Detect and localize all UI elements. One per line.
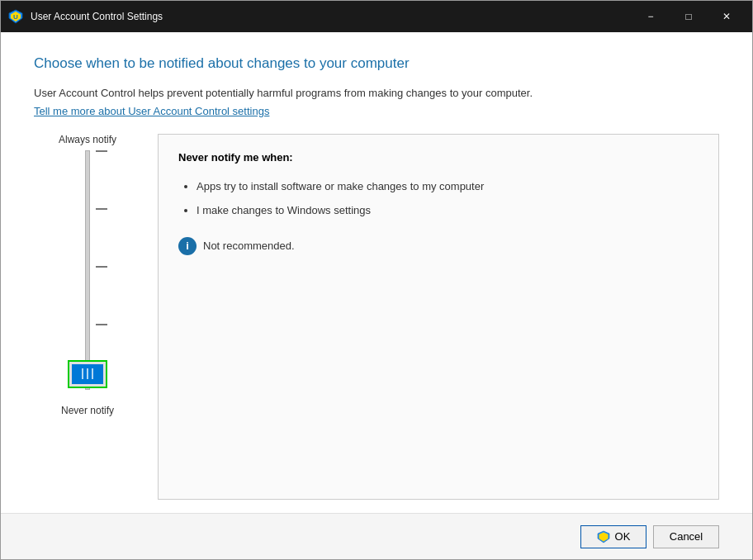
- footer: OK Cancel: [1, 513, 752, 559]
- main-content: Choose when to be notified about changes…: [1, 32, 752, 513]
- slider-tick-4: [96, 324, 107, 325]
- thumb-line-1: [82, 368, 83, 379]
- window-controls: − □ ✕: [632, 1, 746, 32]
- slider-section: Always notify: [34, 134, 141, 501]
- thumb-line-3: [92, 368, 93, 379]
- ok-label: OK: [615, 530, 631, 543]
- slider-tick-2: [96, 208, 107, 210]
- info-note: i Not recommended.: [178, 237, 699, 255]
- shield-icon: [597, 530, 610, 543]
- learn-more-link[interactable]: Tell me more about User Account Control …: [34, 105, 719, 117]
- bullet-list: Apps try to install software or make cha…: [178, 178, 699, 219]
- info-panel: Never notify me when: Apps try to instal…: [158, 134, 719, 501]
- slider-track: [85, 150, 90, 390]
- slider-label-top: Always notify: [59, 134, 116, 145]
- info-panel-title: Never notify me when:: [178, 151, 699, 164]
- slider-thumb-container: [68, 360, 107, 388]
- maximize-button[interactable]: □: [670, 1, 708, 32]
- window-title: User Account Control Settings: [31, 11, 632, 22]
- description-text: User Account Control helps prevent poten…: [34, 85, 719, 102]
- minimize-button[interactable]: −: [632, 1, 670, 32]
- info-note-text: Not recommended.: [203, 240, 295, 252]
- app-icon: U: [7, 8, 24, 25]
- thumb-line-2: [87, 368, 88, 379]
- cancel-button[interactable]: Cancel: [653, 525, 719, 548]
- cancel-label: Cancel: [670, 530, 703, 543]
- slider-label-bottom: Never notify: [61, 405, 114, 416]
- bullet-item-2: I make changes to Windows settings: [197, 202, 699, 219]
- page-heading: Choose when to be notified about changes…: [34, 55, 719, 72]
- slider-thumb[interactable]: [72, 364, 103, 384]
- slider-tick-3: [96, 266, 107, 268]
- ok-button[interactable]: OK: [580, 525, 646, 548]
- svg-text:U: U: [13, 13, 18, 21]
- titlebar: U User Account Control Settings − □ ✕: [1, 1, 752, 32]
- slider-tick-1: [96, 150, 107, 152]
- info-icon: i: [178, 237, 197, 255]
- bullet-item-1: Apps try to install software or make cha…: [197, 178, 699, 195]
- close-button[interactable]: ✕: [708, 1, 746, 32]
- slider-container: [63, 150, 112, 398]
- window: U User Account Control Settings − □ ✕ Ch…: [0, 0, 753, 560]
- main-area: Always notify: [34, 134, 719, 501]
- slider-thumb-border: [68, 360, 107, 388]
